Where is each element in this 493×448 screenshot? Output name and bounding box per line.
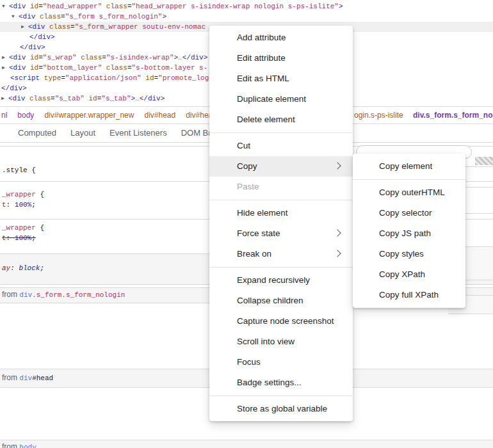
code-token: "s-bottom-layer s- (131, 64, 207, 72)
dom-tree-row-1[interactable]: ▼<div id="head_wrapper" class="head_wrap… (0, 1, 493, 12)
menu-item-label: Hide element (237, 208, 288, 218)
code-token: "s_form_wrapper soutu-env-nomac (75, 23, 206, 31)
code-token: "s_tab" (55, 95, 85, 102)
code-token: … (135, 95, 140, 102)
code-token (102, 3, 106, 10)
css-rule-element-style[interactable]: .style { (2, 166, 36, 175)
css-value: 100% (15, 234, 31, 242)
menu-item-label: Paste (237, 182, 259, 191)
menu-item-label: Copy XPath (379, 269, 425, 279)
code-token (40, 74, 44, 82)
tab-event-listeners[interactable]: Event Listeners (109, 124, 167, 142)
css-declaration-overridden[interactable]: t: 100%; (2, 234, 36, 243)
collapse-arrow-icon[interactable]: ▼ (12, 12, 19, 22)
menu-item-expand-recursively[interactable]: Expand recursively (209, 270, 353, 291)
menu-item-capture-node-screenshot[interactable]: Capture node screenshot (209, 311, 353, 332)
expand-arrow-icon[interactable]: ▶ (2, 63, 9, 73)
breadcrumb-item-head-wrapper-tail[interactable]: ogin.s-ps-islite (354, 107, 403, 124)
inherited-from-node-link[interactable]: body (19, 444, 36, 448)
inherited-from-label: from (2, 442, 17, 448)
css-value: block (19, 264, 40, 272)
css-rule-selector[interactable]: _wrapper { (2, 223, 44, 232)
menu-item-edit-attribute[interactable]: Edit attribute (209, 48, 353, 68)
expand-arrow-icon[interactable]: ▶ (1, 93, 8, 104)
submenu-item-copy-element[interactable]: Copy element (353, 156, 465, 177)
menu-item-label: Copy outerHTML (379, 188, 445, 197)
breadcrumb-item-body[interactable]: body (17, 107, 34, 124)
menu-item-break-on[interactable]: Break on (209, 244, 353, 264)
tab-computed[interactable]: Computed (18, 124, 56, 142)
css-selector: .style (2, 166, 28, 174)
expand-arrow-icon[interactable]: ▶ (2, 52, 9, 63)
css-rule-selector[interactable]: _wrapper { (2, 190, 44, 199)
menu-item-label: Scroll into view (237, 337, 295, 346)
inherited-from-qualifier[interactable]: #head (32, 374, 53, 382)
inherited-from-label: from (2, 290, 17, 299)
code-token: "application/json" (65, 74, 141, 82)
css-declaration-inherited[interactable]: ay: block; (2, 264, 44, 273)
menu-item-force-state[interactable]: Force state (209, 223, 353, 244)
code-token: … (178, 54, 182, 61)
menu-item-edit-as-html[interactable]: Edit as HTML (209, 68, 353, 89)
submenu-chevron-icon (334, 250, 341, 257)
menu-item-focus[interactable]: Focus (209, 352, 353, 372)
copy-submenu: Copy elementCopy outerHTMLCopy selectorC… (353, 154, 465, 308)
tab-layout[interactable]: Layout (70, 124, 95, 142)
inherited-from-label: from (2, 373, 17, 382)
code-token: id (88, 95, 97, 102)
menu-item-scroll-into-view[interactable]: Scroll into view (209, 332, 353, 352)
code-token: </div> (140, 95, 165, 102)
submenu-item-copy-full-xpath[interactable]: Copy full XPath (353, 285, 465, 305)
menu-item-duplicate-element[interactable]: Duplicate element (209, 89, 353, 109)
inherited-from-row: from body (2, 442, 36, 448)
submenu-chevron-icon (334, 229, 341, 236)
menu-item-store-as-global-variable[interactable]: Store as global variable (209, 399, 353, 419)
css-semicolon: ; (31, 201, 36, 209)
inherited-from-node-link[interactable]: div (19, 374, 32, 382)
code-token (102, 64, 106, 72)
submenu-item-copy-styles[interactable]: Copy styles (353, 244, 465, 264)
menu-item-paste: Paste (209, 177, 353, 197)
menu-item-label: Delete element (237, 115, 295, 124)
code-token: "s-isindex-wrap" (106, 54, 174, 61)
menu-item-hide-element[interactable]: Hide element (209, 203, 353, 223)
code-token: </div> (29, 33, 55, 41)
code-token: <script (10, 74, 40, 82)
breadcrumb-item-nl[interactable]: nl (1, 107, 7, 124)
menu-item-cut[interactable]: Cut (209, 136, 353, 156)
submenu-item-copy-xpath[interactable]: Copy XPath (353, 264, 465, 285)
inherited-from-qualifier[interactable]: .s_form.s_form_nologin (32, 291, 125, 299)
submenu-item-copy-selector[interactable]: Copy selector (353, 203, 465, 223)
menu-item-copy[interactable]: Copy (209, 156, 353, 177)
css-declaration[interactable]: t: 100%; (2, 200, 36, 209)
expand-arrow-icon[interactable]: ▶ (21, 22, 28, 32)
breadcrumb-item-div-head[interactable]: div#head (144, 107, 175, 124)
css-property: t (2, 201, 6, 209)
code-token: </div> (20, 44, 45, 51)
inherited-from-row: from div#head (2, 373, 53, 382)
menu-item-label: Focus (237, 357, 261, 367)
css-colon: : (10, 264, 19, 272)
menu-item-collapse-children[interactable]: Collapse children (209, 291, 353, 311)
menu-item-delete-element[interactable]: Delete element (209, 109, 353, 130)
menu-separator (209, 396, 353, 396)
menu-item-label: Copy (237, 161, 257, 171)
menu-item-badge-settings[interactable]: Badge settings... (209, 372, 353, 393)
css-colon: : (6, 201, 15, 209)
breadcrumb-item-div-wrapper-wrapper-new[interactable]: div#wrapper.wrapper_new (44, 107, 134, 124)
menu-item-label: Store as global variable (237, 404, 327, 413)
css-value: 100% (15, 201, 31, 209)
code-token: class (81, 54, 102, 61)
menu-item-add-attribute[interactable]: Add attribute (209, 28, 353, 48)
collapse-arrow-icon[interactable]: ▼ (2, 1, 9, 12)
submenu-item-copy-js-path[interactable]: Copy JS path (353, 223, 465, 244)
submenu-item-copy-outerhtml[interactable]: Copy outerHTML (353, 182, 465, 203)
css-brace: { (36, 191, 44, 198)
code-token: id (30, 54, 38, 61)
code-token: </div> (182, 54, 208, 61)
code-token: > (162, 13, 166, 20)
breadcrumb-item-selected[interactable]: div.s_form.s_form_nolog (413, 107, 493, 124)
inherited-from-node-link[interactable]: div (19, 291, 32, 299)
code-token: class (106, 3, 127, 10)
dom-tree-row-2[interactable]: ▼<div class="s_form s_form_nologin"> (0, 12, 493, 22)
